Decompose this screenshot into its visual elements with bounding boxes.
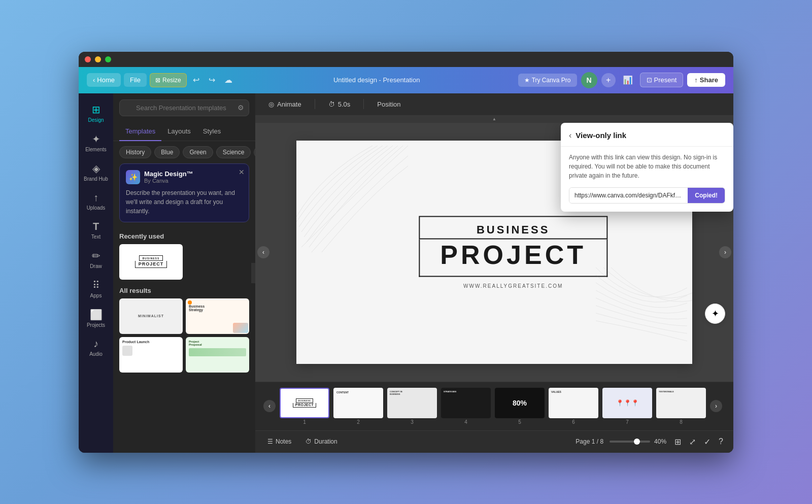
sidebar-item-uploads[interactable]: ↑ Uploads [82, 188, 110, 215]
recently-used-label: Recently used [119, 232, 249, 240]
template-thumb-recent-1[interactable]: BUSINESS PROJECT [119, 244, 183, 280]
filter-tag-blue[interactable]: Blue [154, 146, 180, 158]
search-input[interactable] [119, 99, 249, 116]
magic-design-subtitle: By Canva [144, 178, 193, 184]
slide-thumb-5[interactable]: 80% [495, 388, 545, 418]
template-thumb-1[interactable]: MINIMALIST [119, 298, 183, 334]
position-button[interactable]: Position [372, 97, 405, 111]
close-button[interactable] [85, 56, 91, 62]
slide-thumb-3[interactable]: CONCEPT INBUSINESS [387, 388, 437, 418]
sidebar-label-uploads: Uploads [87, 205, 106, 211]
slide-thumb-8[interactable]: TESTIMONIALS [656, 388, 706, 418]
slide-num-7: 7 [626, 419, 629, 425]
sidebar-item-elements[interactable]: ✦ Elements [82, 129, 110, 156]
duration-button[interactable]: ⏱ 5.0s [323, 97, 356, 111]
all-results-label: All results [119, 287, 249, 294]
slide-num-8: 8 [680, 419, 683, 425]
search-area: 🔍 ⚙ [113, 93, 255, 122]
panel-collapse-handle[interactable]: ‹ [251, 263, 255, 283]
sidebar-item-projects[interactable]: ⬜ Projects [82, 305, 110, 332]
maximize-button[interactable] [105, 56, 111, 62]
sidebar-label-elements: Elements [85, 147, 107, 152]
sidebar-item-design[interactable]: ⊞ Design [82, 99, 110, 127]
notes-button[interactable]: ☰ Notes [263, 436, 295, 447]
animate-button[interactable]: ◎ Animate [263, 97, 307, 111]
zoom-slider: 40% [610, 438, 666, 445]
popup-back-button[interactable]: ‹ [569, 131, 571, 140]
canvas-scroll-right-button[interactable]: › [719, 246, 731, 258]
popup-header: ‹ View-only link [569, 131, 725, 140]
slide-num-2: 2 [357, 419, 360, 425]
redo-button[interactable]: ↪ [206, 73, 218, 87]
popup-separator [561, 146, 733, 147]
toolbar: ‹ Home File ⊠ Resize ↩ ↪ ☁ Untitled desi… [79, 67, 733, 93]
sidebar-label-design: Design [88, 117, 104, 123]
user-avatar[interactable]: N [581, 72, 597, 88]
tab-layouts[interactable]: Layouts [161, 122, 197, 141]
template-thumb-3[interactable]: Product Launch [119, 337, 183, 373]
resize-button[interactable]: ⊠ Resize [150, 73, 187, 87]
share-icon: ↑ [694, 76, 698, 84]
present-icon: ⊡ [647, 76, 652, 84]
search-wrapper: 🔍 ⚙ [119, 99, 249, 116]
sidebar-label-apps: Apps [90, 293, 102, 298]
sidebar-item-apps[interactable]: ⠿ Apps [82, 275, 110, 303]
magic-card-close-button[interactable]: ✕ [239, 168, 245, 176]
zoom-thumb[interactable] [634, 439, 640, 445]
file-button[interactable]: File [124, 73, 147, 87]
sidebar-item-audio[interactable]: ♪ Audio [82, 334, 110, 361]
slide-title: BUSINESS [419, 216, 607, 239]
minimize-button[interactable] [95, 56, 101, 62]
present-button[interactable]: ⊡ Present [640, 73, 684, 87]
decorative-lines-br [591, 262, 692, 364]
tab-styles[interactable]: Styles [197, 122, 227, 141]
help-button[interactable]: ? [717, 435, 725, 448]
try-canva-pro-button[interactable]: ★ Try Canva Pro [518, 74, 577, 87]
zoom-track[interactable] [610, 441, 650, 443]
sidebar-item-brand[interactable]: ◈ Brand Hub [82, 158, 110, 186]
template-thumb-4[interactable]: ProjectProposal [186, 337, 249, 373]
templates-panel: 🔍 ⚙ Templates Layouts Styles History Blu… [113, 93, 255, 453]
slide-thumb-6[interactable]: VALUES [549, 388, 598, 418]
popup-description: Anyone with this link can view this desi… [569, 153, 725, 180]
cloud-save-button[interactable]: ☁ [221, 73, 235, 87]
home-button[interactable]: ‹ Home [87, 73, 121, 87]
fullscreen-button[interactable]: ⤢ [687, 435, 698, 449]
elements-icon: ✦ [92, 133, 100, 145]
filter-tag-green[interactable]: Green [183, 146, 213, 158]
chevron-left-icon: ‹ [93, 76, 95, 84]
slide-thumb-5-wrapper: 80% 5 [495, 388, 545, 425]
magic-orbit-button[interactable]: ✦ [705, 304, 725, 324]
filter-button[interactable]: ⚙ [238, 104, 244, 112]
slide-thumb-4[interactable]: STRATEGIES [441, 388, 491, 418]
undo-button[interactable]: ↩ [190, 73, 202, 87]
magic-card-header: ✨ Magic Design™ By Canva [126, 170, 243, 184]
slide-thumb-3-wrapper: CONCEPT INBUSINESS 3 [387, 388, 437, 425]
magic-design-icon: ✨ [126, 170, 140, 184]
slide-thumb-7[interactable]: 📍📍📍 [602, 388, 652, 418]
slide-num-1: 1 [303, 419, 306, 425]
tab-row: Templates Layouts Styles [113, 122, 255, 141]
star-icon: ★ [524, 77, 530, 84]
decorative-lines-tl [296, 141, 408, 252]
tab-templates[interactable]: Templates [119, 122, 161, 141]
sidebar-item-text[interactable]: T Text [82, 217, 110, 244]
analytics-icon[interactable]: 📊 [620, 73, 636, 87]
slide-thumb-2[interactable]: CONTENT [333, 388, 383, 418]
canvas-scroll-left-button[interactable]: ‹ [257, 246, 269, 258]
divider-1 [315, 99, 315, 109]
duration-btn[interactable]: ⏱ Duration [301, 436, 341, 447]
filmstrip-scroll-right[interactable]: › [710, 400, 722, 412]
filter-tag-history[interactable]: History [119, 146, 151, 158]
copied-button[interactable]: Copied! [688, 188, 725, 203]
template-thumb-2[interactable]: BusinessStrategy [186, 298, 249, 334]
sidebar-label-text: Text [91, 234, 100, 240]
share-button[interactable]: ↑ Share [687, 73, 725, 87]
checkmark-button[interactable]: ✓ [702, 435, 713, 449]
slide-thumb-1[interactable]: BUSINESS PROJECT [280, 388, 329, 418]
grid-view-button[interactable]: ⊞ [672, 435, 683, 449]
filter-tag-science[interactable]: Science [216, 146, 251, 158]
sidebar-item-draw[interactable]: ✏ Draw [82, 246, 110, 273]
add-collaborator-button[interactable]: + [601, 73, 616, 87]
filmstrip-scroll-left[interactable]: ‹ [263, 400, 276, 412]
